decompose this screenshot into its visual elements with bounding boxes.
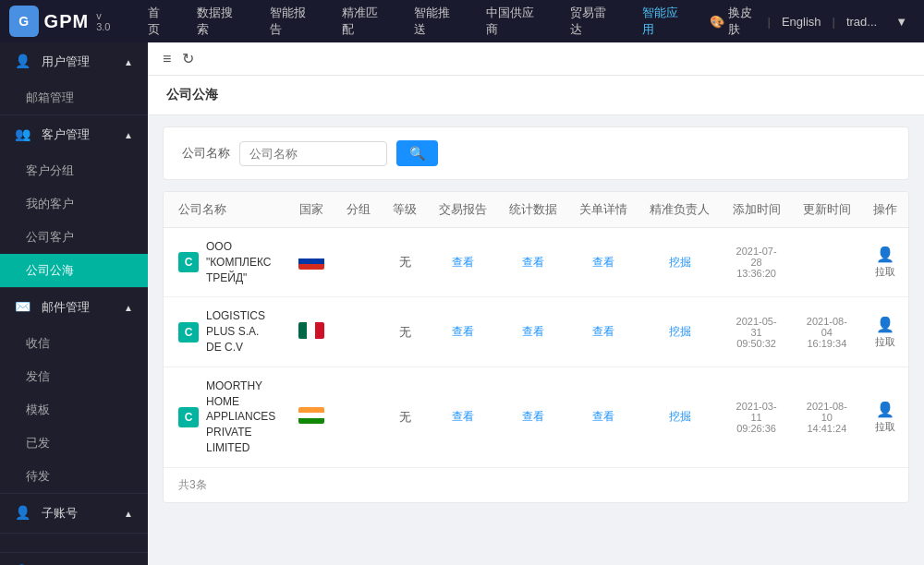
cell-level: 无 [382, 297, 428, 367]
skin-switcher[interactable]: 🎨 换皮肤 [702, 5, 764, 38]
order-detail-link[interactable]: 查看 [592, 325, 614, 338]
precise-person-link[interactable]: 挖掘 [669, 410, 691, 423]
sidebar-group-customer-management[interactable]: 👥 客户管理 ▲ [0, 115, 148, 154]
refresh-icon[interactable]: ↻ [182, 50, 194, 67]
cell-precise-person[interactable]: 挖掘 [638, 367, 721, 467]
action-label: 拉取 [875, 420, 895, 434]
sidebar-group-mail-management[interactable]: ✉️ 邮件管理 ▲ [0, 288, 148, 327]
top-navigation: G GPM v 3.0 首页 数据搜索 智能报告 精准匹配 智能推送 中国供应商… [0, 0, 924, 42]
menu-toggle-icon[interactable]: ≡ [163, 51, 171, 67]
cell-trade-report[interactable]: 查看 [428, 228, 498, 297]
nav-trade-radar[interactable]: 贸易雷达 [557, 0, 629, 42]
cell-group [335, 228, 382, 297]
col-level: 等级 [382, 192, 428, 228]
cell-order-detail[interactable]: 查看 [568, 228, 638, 297]
col-group: 分组 [335, 192, 382, 228]
cell-action[interactable]: 👤 拉取 [862, 367, 908, 467]
sidebar-item-inbox[interactable]: 收信 [0, 327, 148, 360]
sidebar-section-user: 👤 用户管理 ▲ 邮箱管理 [0, 42, 148, 115]
sidebar-item-template[interactable]: 模板 [0, 393, 148, 427]
cell-trade-report[interactable]: 查看 [428, 297, 498, 367]
precise-person-link[interactable]: 挖掘 [669, 325, 691, 338]
sidebar-item-email-management[interactable]: 邮箱管理 [0, 81, 148, 114]
more-dropdown[interactable]: ▼ [888, 15, 915, 29]
content-toolbar: ≡ ↻ [148, 42, 924, 76]
stats-link[interactable]: 查看 [522, 256, 544, 269]
person-icon: 👤 [876, 401, 894, 418]
stats-link[interactable]: 查看 [522, 410, 544, 423]
nav-smart-report[interactable]: 智能报告 [257, 0, 329, 42]
pagination-info: 共3条 [164, 468, 908, 502]
language-switcher[interactable]: English [774, 15, 829, 29]
cell-precise-person[interactable]: 挖掘 [638, 228, 721, 297]
col-update-time: 更新时间 [792, 192, 862, 228]
trade-report-link[interactable]: 查看 [452, 256, 474, 269]
person-icon: 👤 [876, 246, 894, 263]
order-detail-link[interactable]: 查看 [592, 256, 614, 269]
cell-stats[interactable]: 查看 [498, 228, 568, 297]
cell-stats[interactable]: 查看 [498, 297, 568, 367]
table-row: C MOORTHY HOME APPLIANCES PRIVATE LIMITE… [164, 367, 908, 467]
cell-add-time: 2021-07-28 13:36:20 [721, 228, 791, 297]
main-layout: 👤 用户管理 ▲ 邮箱管理 👥 客户管理 ▲ 客户分组 我的客户 公司客户 公司… [0, 42, 924, 565]
page-title: 公司公海 [166, 87, 218, 102]
table-row: C LOGISTICS PLUS S.A. DE C.V 无 查看 查看 查看 … [164, 297, 908, 367]
sidebar-item-outbox[interactable]: 发信 [0, 360, 148, 393]
cell-stats[interactable]: 查看 [498, 367, 568, 467]
cell-country [287, 367, 335, 467]
nav-smart-push[interactable]: 智能推送 [401, 0, 473, 42]
pull-action-button[interactable]: 👤 拉取 [873, 401, 897, 434]
search-icon: 🔍 [409, 146, 425, 161]
sidebar-item-my-customers[interactable]: 我的客户 [0, 187, 148, 221]
sidebar-group-user-management[interactable]: 👤 用户管理 ▲ [0, 42, 148, 81]
sidebar-item-company-sea[interactable]: 公司公海 [0, 254, 148, 287]
sidebar-item-company-customers[interactable]: 公司客户 [0, 221, 148, 254]
cell-action[interactable]: 👤 拉取 [862, 228, 908, 297]
nav-data-search[interactable]: 数据搜索 [184, 0, 256, 42]
sidebar-item-pending[interactable]: 待发 [0, 460, 148, 493]
search-input[interactable] [239, 141, 387, 166]
col-action: 操作 [862, 192, 908, 228]
action-label: 拉取 [875, 265, 895, 279]
sidebar-item-sent[interactable]: 已发 [0, 427, 148, 460]
precise-person-link[interactable]: 挖掘 [669, 256, 691, 269]
order-detail-link[interactable]: 查看 [592, 410, 614, 423]
cell-action[interactable]: 👤 拉取 [862, 297, 908, 367]
person-icon: 👤 [876, 316, 894, 333]
cell-order-detail[interactable]: 查看 [568, 367, 638, 467]
traditional-switcher[interactable]: trad... [839, 15, 884, 29]
search-button[interactable]: 🔍 [396, 140, 438, 166]
cell-add-time: 2021-05-31 09:50:32 [721, 297, 791, 367]
nav-home[interactable]: 首页 [135, 0, 184, 42]
sidebar-item-customer-group[interactable]: 客户分组 [0, 154, 148, 187]
cell-level: 无 [382, 228, 428, 297]
cell-update-time: 2021-08-10 14:41:24 [792, 367, 862, 467]
cell-precise-person[interactable]: 挖掘 [638, 297, 721, 367]
trade-report-link[interactable]: 查看 [452, 325, 474, 338]
sidebar-section-sub-account: 👤 子账号 ▲ [0, 494, 148, 534]
sidebar-section-mail: ✉️ 邮件管理 ▲ 收信 发信 模板 已发 待发 [0, 288, 148, 494]
logo: G GPM v 3.0 [9, 6, 116, 37]
sidebar-group-sub-account[interactable]: 👤 子账号 ▲ [0, 494, 148, 533]
chevron-up-icon: ▲ [124, 509, 133, 519]
customers-icon: 👥 [15, 126, 30, 141]
chevron-up-icon: ▲ [124, 57, 133, 67]
pull-action-button[interactable]: 👤 拉取 [873, 246, 897, 279]
col-company-name: 公司名称 [164, 192, 287, 228]
logo-text: GPM [44, 11, 90, 32]
nav-china-supplier[interactable]: 中国供应商 [473, 0, 557, 42]
chevron-down-icon: ▼ [895, 15, 907, 29]
stats-link[interactable]: 查看 [522, 325, 544, 338]
nav-precise-match[interactable]: 精准匹配 [329, 0, 401, 42]
chevron-up-icon: ▲ [124, 303, 133, 313]
col-order-detail: 关单详情 [568, 192, 638, 228]
cell-order-detail[interactable]: 查看 [568, 297, 638, 367]
cell-trade-report[interactable]: 查看 [428, 367, 498, 467]
pull-action-button[interactable]: 👤 拉取 [873, 316, 897, 349]
nav-right-area: 🎨 换皮肤 | English | trad... ▼ [702, 5, 915, 38]
trade-report-link[interactable]: 查看 [452, 410, 474, 423]
nav-smart-app[interactable]: 智能应用 [629, 0, 701, 42]
cell-country [287, 228, 335, 297]
table-row: C ООО "КОМПЛЕКС ТРЕЙД" 无 查看 查看 查看 挖掘 202… [164, 228, 908, 297]
col-precise-person: 精准负责人 [638, 192, 721, 228]
